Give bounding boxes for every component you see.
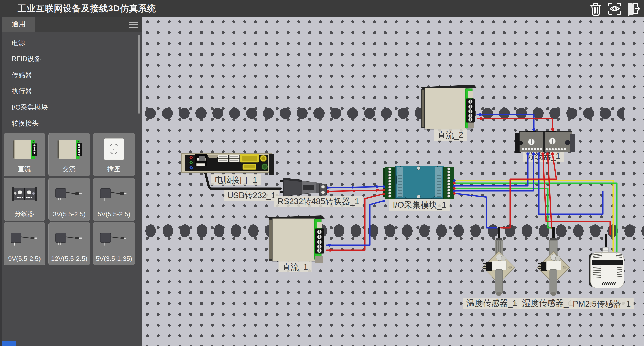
tile-label: 分线器 [4,209,45,218]
tab-general[interactable]: 通用 [2,17,35,32]
title-bar: 工业互联网设备及接线3D仿真系统 [0,0,644,17]
delete-icon[interactable] [589,1,603,16]
device-label-io-module[interactable]: I/O采集模块_1 [389,199,450,211]
palette-tile-5v[interactable]: 5V(5.5-2.5) [93,178,135,221]
device-label-temperature[interactable]: 温度传感器_1 [463,298,521,309]
adapter-icon [51,225,88,253]
tile-label: 5V(5.5-2.5) [93,210,135,218]
device-label-rs232-485[interactable]: RS232转485转换器_1 [274,196,363,207]
ac-power-icon [51,136,88,163]
sidebar-item-converter[interactable]: 转换接头 [2,115,142,131]
sidebar-item-io-module[interactable]: I/O采集模块 [2,99,142,115]
palette-tile-socket[interactable]: 插座 [93,133,135,176]
app-title: 工业互联网设备及接线3D仿真系统 [18,0,156,17]
tile-label: 9V(5.5-2.5) [4,255,45,263]
preview-icon[interactable] [607,1,622,16]
device-label-pc-interface[interactable]: 电脑接口_1 [211,174,261,185]
pegboard-hole-band [142,108,624,119]
adapter-icon [51,180,88,208]
tile-label: 直流 [4,165,45,174]
palette-tile-ac[interactable]: 交流 [48,133,90,176]
palette-tile-splitter[interactable]: 分线器 [4,178,45,221]
sidebar-scrollbar[interactable] [138,35,140,114]
dc-power-2-device[interactable] [421,85,477,130]
menu-icon[interactable] [129,22,138,28]
device-label-dc1[interactable]: 直流_1 [279,261,312,272]
palette-tile-3v[interactable]: 3V(5.5-2.5) [48,178,90,221]
adapter-icon [6,225,43,253]
sidebar-tabbar: 通用 [2,17,142,32]
tile-label: 12V(5.5-2.5) [49,255,90,263]
sidebar-item-actuator[interactable]: 执行器 [2,83,142,99]
sidebar-item-power[interactable]: 电源 [2,35,142,51]
palette-tile-dc[interactable]: 直流 [4,133,45,176]
palette-tile-5v-small[interactable]: 5V(3.5-1.35) [93,222,135,265]
dc-power-icon [6,136,43,163]
device-library-sidebar: 通用 电源 RFID设备 传感器 执行器 I/O采集模块 转换接头 [0,17,142,346]
tile-label: 交流 [49,165,90,174]
pc-interface-device[interactable] [182,153,274,175]
device-label-pm25[interactable]: PM2.5传感器_1 [569,298,634,309]
exit-icon[interactable] [626,1,640,16]
socket-icon [95,136,133,163]
splitter-device[interactable] [515,131,575,153]
category-menu: 电源 RFID设备 传感器 执行器 I/O采集模块 转换接头 [2,32,142,130]
tile-label: 插座 [93,165,135,174]
device-label-usb232[interactable]: USB转232_1 [224,190,279,201]
adapter-icon [95,225,133,253]
sidebar-item-sensor[interactable]: 传感器 [2,67,142,83]
sidebar-edge-strip [0,17,2,346]
tile-label: 3V(5.5-2.5) [49,210,90,218]
palette-tile-9v[interactable]: 9V(5.5-2.5) [4,222,45,265]
device-label-dc2[interactable]: 直流_2 [434,129,467,141]
sidebar-item-rfid[interactable]: RFID设备 [2,51,142,67]
dc-power-1-device[interactable] [268,215,325,263]
splitter-icon [6,180,43,208]
device-palette: 直流 交流 [2,133,140,265]
device-label-humidity[interactable]: 湿度传感器_1 [519,298,577,309]
adapter-icon [95,180,133,208]
palette-tile-12v[interactable]: 12V(5.5-2.5) [48,222,90,265]
tile-label: 5V(3.5-1.35) [93,255,135,263]
bottom-left-accent [2,341,16,346]
toolbar [589,1,640,16]
